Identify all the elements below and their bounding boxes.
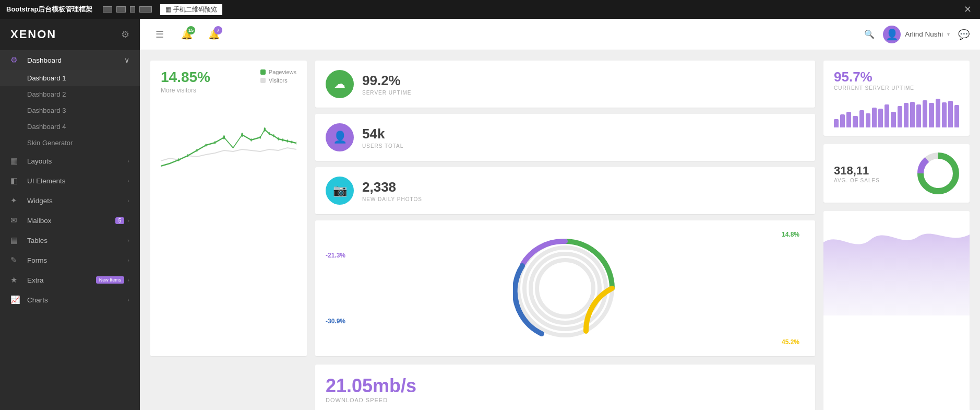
svg-point-16 bbox=[291, 140, 293, 144]
search-icon[interactable]: 🔍 bbox=[864, 29, 875, 39]
forms-icon: ✎ bbox=[10, 255, 21, 265]
sales-value: 318,11 bbox=[834, 164, 880, 178]
donut-chart-card: 14.8% -21.3% -30.9% 45.2% bbox=[315, 220, 815, 356]
sidebar-item-label: UI Elements bbox=[27, 177, 127, 185]
content-area: ☁ 99.2% SERVER UPTIME 👤 54k USERS TOTAL … bbox=[140, 50, 980, 410]
hamburger-button[interactable]: ☰ bbox=[150, 25, 169, 44]
topbar: ☰ 🔔 15 🔔 7 🔍 👤 Arlind Nushi bbox=[140, 19, 980, 50]
sidebar-item-dashboard2[interactable]: Dashboard 2 bbox=[0, 86, 140, 102]
bar-item bbox=[929, 103, 934, 127]
chat-icon[interactable]: 💬 bbox=[958, 29, 970, 40]
sidebar-item-forms[interactable]: ✎ Forms › bbox=[0, 250, 140, 270]
chevron-down-icon: ▾ bbox=[947, 31, 950, 37]
chevron-right-icon: › bbox=[127, 178, 129, 184]
username-label: Arlind Nushi bbox=[905, 30, 943, 38]
pageviews-dot bbox=[260, 69, 266, 75]
svg-point-17 bbox=[296, 142, 296, 145]
chart-info: 14.85% More visitors bbox=[161, 69, 210, 94]
qr-preview-button[interactable]: ▦ 手机二维码预览 bbox=[160, 4, 222, 15]
line-chart-svg bbox=[161, 98, 296, 182]
speed-value: 21.05mb/s bbox=[326, 375, 805, 397]
bar-item bbox=[923, 100, 927, 127]
app-layout: XENON ⚙ ⚙ Dashboard ∨ Dashboard 1 Dashbo… bbox=[0, 19, 980, 410]
extra-right-card bbox=[823, 211, 970, 410]
uptime-icon: ☁ bbox=[326, 70, 354, 98]
sidebar: XENON ⚙ ⚙ Dashboard ∨ Dashboard 1 Dashbo… bbox=[0, 19, 140, 410]
notifications-button[interactable]: 🔔 15 bbox=[177, 25, 196, 44]
sidebar-item-label: Dashboard bbox=[27, 56, 124, 64]
donut-label-blue: -30.9% bbox=[326, 318, 345, 325]
speed-card: 21.05mb/s DOWNLOAD SPEED 0 50 100 150 bbox=[315, 365, 815, 410]
alerts-button[interactable]: 🔔 7 bbox=[205, 25, 223, 44]
stat-card-uptime: ☁ 99.2% SERVER UPTIME bbox=[315, 61, 815, 108]
avatar: 👤 bbox=[883, 26, 901, 43]
pageviews-label: Pageviews bbox=[269, 69, 296, 75]
right-wave-svg bbox=[823, 211, 970, 315]
visitors-dot bbox=[260, 78, 266, 83]
sidebar-item-label: Extra bbox=[27, 276, 96, 284]
sidebar-item-widgets[interactable]: ✦ Widgets › bbox=[0, 191, 140, 210]
svg-point-10 bbox=[259, 136, 261, 139]
extra-icon: ★ bbox=[10, 275, 21, 285]
chevron-down-icon: ∨ bbox=[124, 56, 129, 64]
sidebar-item-tables[interactable]: ▤ Tables › bbox=[0, 230, 140, 250]
sidebar-item-charts[interactable]: 📈 Charts › bbox=[0, 290, 140, 310]
svg-point-4 bbox=[223, 135, 225, 139]
sidebar-item-label: Forms bbox=[27, 256, 127, 264]
sidebar-item-mailbox[interactable]: ✉ Mailbox 5 › bbox=[0, 210, 140, 230]
phone-icon bbox=[130, 6, 135, 13]
sidebar-item-label: Widgets bbox=[27, 197, 127, 205]
sidebar-logo: XENON bbox=[10, 28, 56, 41]
chevron-right-icon: › bbox=[127, 217, 129, 224]
sidebar-item-skin-generator[interactable]: Skin Generator bbox=[0, 135, 140, 151]
notifications-badge: 15 bbox=[187, 26, 195, 34]
legend-pageviews: Pageviews bbox=[260, 69, 296, 75]
sub-item-label: Skin Generator bbox=[27, 139, 73, 147]
svg-point-5 bbox=[241, 133, 243, 137]
svg-point-20 bbox=[178, 158, 180, 161]
svg-point-8 bbox=[205, 144, 207, 147]
mailbox-icon: ✉ bbox=[10, 216, 21, 225]
charts-icon: 📈 bbox=[10, 295, 21, 304]
stat-card-users: 👤 54k USERS TOTAL bbox=[315, 114, 815, 161]
chevron-right-icon: › bbox=[127, 197, 129, 204]
tables-icon: ▤ bbox=[10, 236, 21, 245]
uptime-value: 99.2% bbox=[362, 73, 412, 89]
sidebar-item-dashboard3[interactable]: Dashboard 3 bbox=[0, 102, 140, 119]
sidebar-item-dashboard[interactable]: ⚙ Dashboard ∨ bbox=[0, 50, 140, 70]
sidebar-item-extra[interactable]: ★ Extra New Items › bbox=[0, 270, 140, 290]
sidebar-item-dashboard4[interactable]: Dashboard 4 bbox=[0, 119, 140, 135]
svg-point-11 bbox=[269, 132, 270, 135]
users-value: 54k bbox=[362, 126, 403, 142]
bar-item bbox=[878, 109, 883, 127]
sub-item-label: Dashboard 3 bbox=[27, 107, 66, 114]
svg-point-9 bbox=[250, 138, 252, 142]
users-icon: 👤 bbox=[326, 123, 354, 151]
sidebar-item-ui-elements[interactable]: ◧ UI Elements › bbox=[0, 171, 140, 191]
sidebar-item-dashboard1[interactable]: Dashboard 1 bbox=[0, 70, 140, 86]
sales-label: AVG. OF SALES bbox=[834, 178, 880, 183]
uptime-percent: 95.7% bbox=[834, 69, 959, 85]
widgets-icon: ✦ bbox=[10, 196, 21, 205]
sidebar-item-label: Charts bbox=[27, 296, 127, 304]
photos-value: 2,338 bbox=[362, 179, 422, 195]
visitors-label: Visitors bbox=[269, 77, 288, 84]
stat-info-uptime: 99.2% SERVER UPTIME bbox=[362, 73, 412, 96]
close-icon[interactable]: ✕ bbox=[964, 4, 972, 15]
bar-item bbox=[936, 99, 940, 127]
svg-point-7 bbox=[214, 141, 216, 144]
donut-chart-svg bbox=[513, 236, 617, 341]
sidebar-item-label: Mailbox bbox=[27, 217, 115, 225]
photos-label: NEW DAILY PHOTOS bbox=[362, 196, 422, 202]
bar-item bbox=[853, 116, 857, 127]
sidebar-item-layouts[interactable]: ▦ Layouts › bbox=[0, 151, 140, 171]
qr-label: 手机二维码预览 bbox=[173, 5, 217, 14]
gear-icon[interactable]: ⚙ bbox=[121, 29, 129, 40]
sales-card: 318,11 AVG. OF SALES bbox=[823, 144, 970, 203]
chart-header: 14.85% More visitors Pageviews Visitors bbox=[161, 69, 296, 94]
bar-item bbox=[866, 113, 870, 128]
user-menu[interactable]: 👤 Arlind Nushi ▾ bbox=[883, 26, 950, 43]
wide-icon bbox=[139, 6, 152, 13]
stat-cards-column: ☁ 99.2% SERVER UPTIME 👤 54k USERS TOTAL … bbox=[315, 61, 815, 356]
topbar-left: ☰ 🔔 15 🔔 7 bbox=[150, 25, 223, 44]
